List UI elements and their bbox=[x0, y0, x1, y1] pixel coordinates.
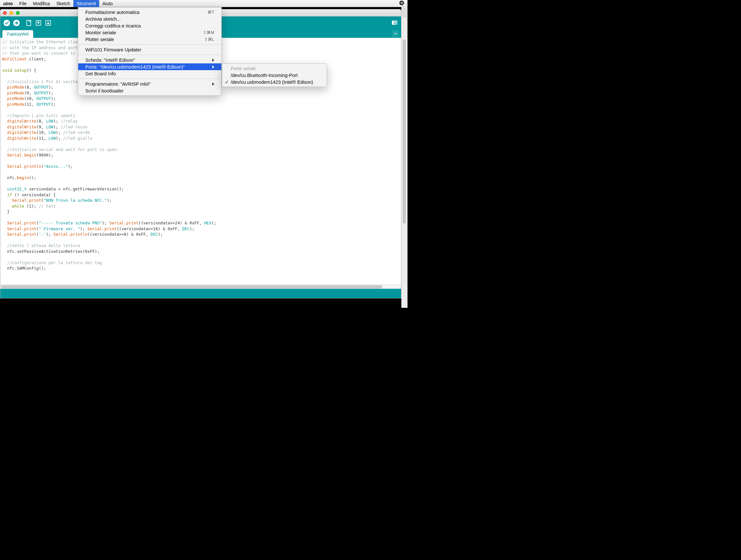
menu-item-fix-encoding[interactable]: Correggi codifica e ricarica bbox=[78, 22, 221, 29]
port-item-bluetooth[interactable]: /dev/cu.Bluetooth-Incoming-Port bbox=[222, 72, 327, 78]
menu-separator bbox=[78, 55, 221, 55]
code-line: nfc.setPassiveActivationRetries(0xFF); bbox=[2, 249, 99, 254]
code-token: Serial bbox=[7, 226, 22, 231]
code-token: Serial bbox=[7, 164, 22, 169]
code-token: pinMode bbox=[7, 85, 24, 89]
menu-separator bbox=[78, 44, 221, 45]
code-token: //led verde bbox=[61, 130, 90, 135]
code-token: ((versiondata>>8) & 0xFF, bbox=[87, 232, 151, 237]
menu-sketch[interactable]: Sketch bbox=[53, 0, 73, 7]
menu-item-wifi101[interactable]: WiFi101 Firmware Updater bbox=[78, 46, 221, 53]
window-minimize-button[interactable] bbox=[9, 11, 13, 15]
code-token: ); bbox=[190, 226, 195, 231]
notification-icon[interactable] bbox=[399, 0, 404, 6]
menu-item-label: Programmatore: "AVRISP mkII" bbox=[85, 81, 151, 87]
menu-strumenti[interactable]: Strumenti bbox=[73, 0, 99, 7]
code-token: Serial bbox=[109, 221, 124, 225]
vertical-scrollbar[interactable] bbox=[401, 7, 407, 308]
code-token: .print bbox=[26, 198, 41, 203]
menu-item-board[interactable]: Scheda: "Intel® Edison" bbox=[78, 57, 221, 63]
code-token: digitalWrite bbox=[7, 130, 36, 135]
upload-button[interactable] bbox=[12, 18, 21, 27]
code-token: 10 bbox=[26, 96, 31, 101]
menu-item-label: Monitor seriale bbox=[85, 30, 116, 35]
code-token: '.' bbox=[39, 232, 46, 237]
menu-item-label: Scrivi il bootloader bbox=[85, 88, 124, 94]
menu-file[interactable]: File bbox=[16, 0, 30, 7]
code-token: .print bbox=[102, 226, 117, 231]
code-token: OUTPUT bbox=[34, 85, 49, 89]
submenu-header: Porte seriali bbox=[222, 65, 327, 72]
menu-item-label: WiFi101 Firmware Updater bbox=[85, 47, 141, 52]
code-line: //Setto l'attesa della lettura bbox=[2, 243, 80, 248]
tools-menu: Formattazione automatica ⌘T Archivia ske… bbox=[78, 7, 222, 96]
code-token: Serial bbox=[87, 226, 102, 231]
port-submenu: Porte seriali /dev/cu.Bluetooth-Incoming… bbox=[222, 63, 327, 87]
menu-modifica[interactable]: Modifica bbox=[30, 0, 53, 7]
code-token: DEC bbox=[182, 226, 190, 231]
code-token: .begin bbox=[22, 152, 36, 158]
menu-item-format[interactable]: Formattazione automatica ⌘T bbox=[78, 9, 221, 15]
open-button[interactable] bbox=[34, 18, 43, 27]
code-token: .println bbox=[22, 164, 41, 169]
window-close-button[interactable] bbox=[3, 11, 7, 15]
code-token: LOW bbox=[49, 130, 56, 135]
window-maximize-button[interactable] bbox=[16, 11, 20, 15]
code-token: Serial bbox=[7, 221, 22, 225]
code-token: //led rosso bbox=[58, 124, 87, 129]
scrollbar-thumb[interactable] bbox=[403, 40, 406, 224]
menu-separator bbox=[78, 78, 221, 79]
code-token: // halt bbox=[39, 204, 56, 208]
menu-item-serial-monitor[interactable]: Monitor seriale ⇧⌘M bbox=[78, 29, 221, 36]
code-token: pinMode bbox=[7, 90, 24, 96]
code-token: while bbox=[12, 204, 24, 208]
menu-item-board-info[interactable]: Get Board Info bbox=[78, 70, 221, 77]
code-token: void bbox=[2, 68, 12, 73]
menu-item-archive[interactable]: Archivia sketch... bbox=[78, 15, 221, 22]
submenu-arrow-icon bbox=[212, 82, 214, 86]
menu-shortcut: ⇧⌘L bbox=[204, 37, 214, 42]
code-line: // that you want to connect to bbox=[2, 51, 75, 56]
code-token: pinMode bbox=[7, 102, 24, 107]
system-menubar: uino File Modifica Sketch Strumenti Aiut… bbox=[0, 0, 407, 7]
serial-monitor-button[interactable] bbox=[390, 18, 399, 27]
traffic-lights bbox=[3, 11, 20, 15]
new-button[interactable] bbox=[24, 18, 33, 27]
save-button[interactable] bbox=[44, 18, 53, 27]
menu-item-serial-plotter[interactable]: Plotter seriale ⇧⌘L bbox=[78, 36, 221, 43]
menu-item-label: Plotter seriale bbox=[85, 37, 114, 42]
submenu-arrow-icon bbox=[212, 65, 214, 69]
menu-item-label: Scheda: "Intel® Edison" bbox=[85, 58, 135, 63]
code-token: client; bbox=[26, 57, 46, 61]
horizontal-scrollbar[interactable] bbox=[0, 284, 401, 289]
port-item-usbmodem[interactable]: /dev/cu.usbmodem1423 (Intel® Edison) bbox=[222, 78, 327, 85]
menu-aiuto[interactable]: Aiuto bbox=[99, 0, 116, 7]
menu-item-bootloader[interactable]: Scrivi il bootloader bbox=[78, 87, 221, 94]
menu-item-programmer[interactable]: Programmatore: "AVRISP mkII" bbox=[78, 80, 221, 87]
port-label: /dev/cu.Bluetooth-Incoming-Port bbox=[231, 73, 297, 78]
menu-item-label: Get Board Info bbox=[85, 71, 116, 76]
app-name: uino bbox=[0, 1, 16, 6]
code-token: "----- Trovata scheda PN5" bbox=[39, 221, 102, 225]
tab-fabkeywifi[interactable]: FabKeyWifi bbox=[2, 30, 33, 38]
code-line: // Initialize the Ethernet clie bbox=[2, 40, 78, 44]
window-grip-icon bbox=[402, 8, 407, 18]
code-token: ); bbox=[211, 221, 216, 225]
code-token: 8 bbox=[26, 85, 29, 89]
scrollbar-thumb[interactable] bbox=[1, 285, 382, 289]
code-token: digitalWrite bbox=[7, 119, 36, 124]
menu-item-port[interactable]: Porta: "/dev/cu.usbmodem1423 (Intel® Edi… bbox=[78, 63, 221, 70]
code-token: Serial bbox=[12, 198, 26, 203]
code-token: OUTPUT bbox=[36, 102, 51, 107]
tab-dropdown-button[interactable] bbox=[392, 30, 399, 37]
menu-item-label: Correggi codifica e ricarica bbox=[85, 23, 141, 28]
code-token: " Firmware ver. " bbox=[39, 226, 80, 231]
code-token: 9 bbox=[39, 124, 41, 129]
code-token: 9600 bbox=[39, 152, 49, 158]
code-token: ((versiondata>>24) & 0xFF, bbox=[138, 221, 204, 225]
code-token: .println bbox=[68, 232, 87, 237]
code-token: (! versiondata) { bbox=[12, 192, 56, 197]
verify-button[interactable] bbox=[2, 18, 11, 27]
code-line: //Imposto i pin tutti spenti bbox=[2, 113, 75, 118]
menu-item-label: Archivia sketch... bbox=[85, 16, 121, 22]
